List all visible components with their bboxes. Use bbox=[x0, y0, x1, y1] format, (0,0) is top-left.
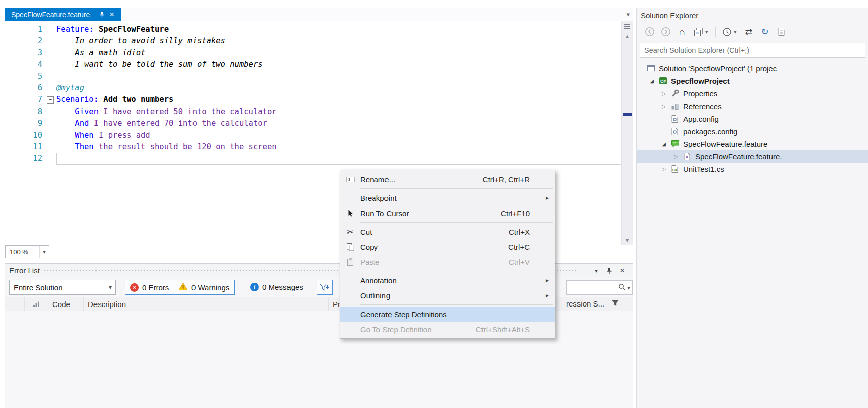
scope-dropdown[interactable]: Entire Solution ▾ bbox=[9, 280, 116, 295]
copy-menu-item[interactable]: CopyCtrl+C bbox=[340, 239, 555, 254]
line-number: 2 bbox=[5, 35, 42, 47]
editor-zoom-dropdown[interactable]: 100 % ▾ bbox=[5, 245, 49, 258]
expand-arrow-icon[interactable]: ▷ bbox=[660, 163, 668, 175]
menu-item-label: Run To Cursor bbox=[360, 209, 501, 218]
expand-arrow-icon[interactable]: ◢ bbox=[648, 75, 656, 87]
error-list-search-box[interactable]: ▾ bbox=[566, 280, 633, 295]
messages-count: 0 Messages bbox=[262, 283, 303, 291]
properties-icon bbox=[671, 89, 680, 98]
copy-icon bbox=[340, 243, 360, 251]
menu-item-label: Paste bbox=[360, 258, 509, 266]
expand-arrow-icon[interactable]: ▷ bbox=[660, 87, 668, 100]
run-to-cursor-menu-item[interactable]: Run To CursorCtrl+F10 bbox=[340, 206, 555, 221]
cut-menu-item[interactable]: ✂CutCtrl+X bbox=[340, 224, 555, 239]
code-line[interactable]: 9 And I have entered 70 into the calcula… bbox=[5, 118, 621, 129]
severity-column-icon[interactable] bbox=[25, 297, 48, 311]
filter-button[interactable] bbox=[317, 280, 333, 295]
back-icon[interactable] bbox=[644, 26, 656, 38]
chevron-down-icon[interactable]: ▾ bbox=[734, 29, 739, 35]
menu-separator bbox=[360, 304, 553, 305]
chevron-down-icon[interactable]: ▾ bbox=[705, 29, 710, 35]
code-line[interactable]: 5 bbox=[5, 71, 621, 82]
scroll-down-icon[interactable]: ▼ bbox=[622, 237, 633, 243]
column-description[interactable]: Description bbox=[84, 297, 329, 311]
pin-icon[interactable] bbox=[604, 266, 615, 275]
tree-item-label: SpecFlowFeature.feature. bbox=[695, 150, 782, 163]
tab-specflowfeature[interactable]: SpecFlowFeature.feature × bbox=[5, 8, 121, 21]
tree-item-references[interactable]: ▷References bbox=[637, 100, 868, 113]
collapse-all-icon[interactable] bbox=[692, 26, 704, 38]
svg-text:C#: C# bbox=[672, 168, 678, 172]
code-text: In order to avoid silly mistakes bbox=[56, 35, 621, 47]
submenu-arrow-icon: ▸ bbox=[546, 277, 549, 284]
funnel-icon[interactable] bbox=[611, 299, 619, 308]
code-line[interactable]: 6@mytag bbox=[5, 82, 621, 94]
chevron-down-icon[interactable]: ▾ bbox=[39, 246, 49, 258]
splitter-grip-icon[interactable] bbox=[623, 23, 631, 31]
warnings-toggle-button[interactable]: 0 Warnings bbox=[173, 280, 235, 295]
solution-explorer-search-box[interactable] bbox=[640, 43, 865, 58]
code-area[interactable]: 1Feature: SpecFlowFeature2 In order to a… bbox=[5, 24, 621, 165]
outlining-menu-item[interactable]: Outlining▸ bbox=[340, 288, 555, 303]
code-line[interactable]: 2 In order to avoid silly mistakes bbox=[5, 35, 621, 47]
search-input[interactable] bbox=[640, 43, 865, 57]
outline-margin bbox=[42, 35, 56, 47]
close-icon[interactable]: × bbox=[107, 10, 116, 19]
breakpoint-menu-item[interactable]: Breakpoint▸ bbox=[340, 190, 555, 206]
rename-icon bbox=[340, 176, 360, 183]
expand-arrow-icon[interactable]: ▷ bbox=[660, 100, 668, 113]
tree-item-specflowfeature-feature-cs[interactable]: ▷#SpecFlowFeature.feature. bbox=[637, 150, 868, 163]
code-line[interactable]: 1Feature: SpecFlowFeature bbox=[5, 24, 621, 35]
refresh-icon[interactable]: ↻ bbox=[759, 26, 771, 38]
outline-margin bbox=[42, 59, 56, 70]
column-code[interactable]: Code bbox=[48, 297, 84, 311]
menu-item-label: Annotation bbox=[360, 276, 530, 285]
expand-arrow-icon[interactable]: ▷ bbox=[672, 150, 680, 163]
paste-menu-item[interactable]: PasteCtrl+V bbox=[340, 254, 555, 269]
generate-step-definitions-menu-item[interactable]: Generate Step Definitions bbox=[340, 307, 555, 322]
close-icon[interactable]: × bbox=[617, 266, 628, 275]
errors-toggle-button[interactable]: ✕ 0 Errors bbox=[125, 280, 174, 295]
sync-with-active-document-icon[interactable]: ⇄ bbox=[743, 26, 755, 38]
window-position-icon[interactable]: ▾ bbox=[591, 266, 602, 275]
collapse-region-icon[interactable]: − bbox=[47, 96, 54, 104]
pin-icon[interactable] bbox=[97, 10, 106, 19]
tree-item-packages-config[interactable]: packages.config bbox=[637, 125, 868, 138]
menu-separator bbox=[360, 271, 553, 271]
scroll-up-icon[interactable]: ▲ bbox=[622, 33, 633, 39]
info-icon: i bbox=[250, 283, 259, 291]
code-line[interactable]: 10 When I press add bbox=[5, 130, 621, 141]
messages-toggle-button[interactable]: i 0 Messages bbox=[245, 280, 308, 294]
outline-margin[interactable]: − bbox=[42, 94, 56, 106]
column-suppression-state[interactable]: ression S... bbox=[566, 297, 627, 311]
code-line[interactable]: 7−Scenario: Add two numbers bbox=[5, 94, 621, 106]
solution-tree[interactable]: Solution 'SpecflowProject' (1 projec◢C#S… bbox=[637, 62, 868, 408]
code-text: Scenario: Add two numbers bbox=[56, 94, 621, 106]
editor-vertical-scrollbar[interactable]: ▲ ▼ bbox=[621, 21, 633, 245]
expand-arrow-icon[interactable]: ◢ bbox=[660, 138, 668, 150]
line-number: 7 bbox=[5, 94, 42, 106]
properties-icon[interactable] bbox=[775, 26, 787, 38]
tree-item-specflowfeature-feature[interactable]: ◢SpecFlowFeature.feature bbox=[637, 138, 868, 150]
code-line[interactable]: 11 Then the result should be 120 on the … bbox=[5, 141, 621, 153]
tree-item-app-config[interactable]: App.config bbox=[637, 113, 868, 125]
tree-item-solution[interactable]: Solution 'SpecflowProject' (1 projec bbox=[637, 62, 868, 75]
code-line[interactable]: 4 I want to be told the sum of two numbe… bbox=[5, 59, 621, 70]
menu-item-shortcut: Ctrl+R, Ctrl+R bbox=[483, 175, 555, 184]
code-text: Feature: SpecFlowFeature bbox=[56, 24, 621, 35]
home-icon[interactable]: ⌂ bbox=[676, 26, 688, 38]
rename-menu-item[interactable]: Rename...Ctrl+R, Ctrl+R bbox=[340, 172, 555, 187]
code-line[interactable]: 8 Given I have entered 50 into the calcu… bbox=[5, 106, 621, 118]
code-text: As a math idiot bbox=[56, 47, 621, 59]
document-list-dropdown-icon[interactable]: ▾ bbox=[626, 11, 630, 18]
tree-item-properties[interactable]: ▷Properties bbox=[637, 87, 868, 100]
tree-item-unittest1-cs[interactable]: ▷C#UnitTest1.cs bbox=[637, 163, 868, 175]
tree-item-project-specflowproject[interactable]: ◢C#SpecflowProject bbox=[637, 75, 868, 87]
code-line[interactable]: 3 As a math idiot bbox=[5, 47, 621, 59]
forward-icon[interactable] bbox=[660, 26, 672, 38]
go-to-step-definition-menu-item[interactable]: Go To Step DefinitionCtrl+Shift+Alt+S bbox=[340, 322, 555, 337]
chevron-down-icon[interactable]: ▾ bbox=[627, 284, 630, 291]
outline-margin bbox=[42, 47, 56, 59]
pending-changes-filter-icon[interactable] bbox=[721, 26, 733, 38]
annotation-menu-item[interactable]: Annotation▸ bbox=[340, 273, 555, 288]
